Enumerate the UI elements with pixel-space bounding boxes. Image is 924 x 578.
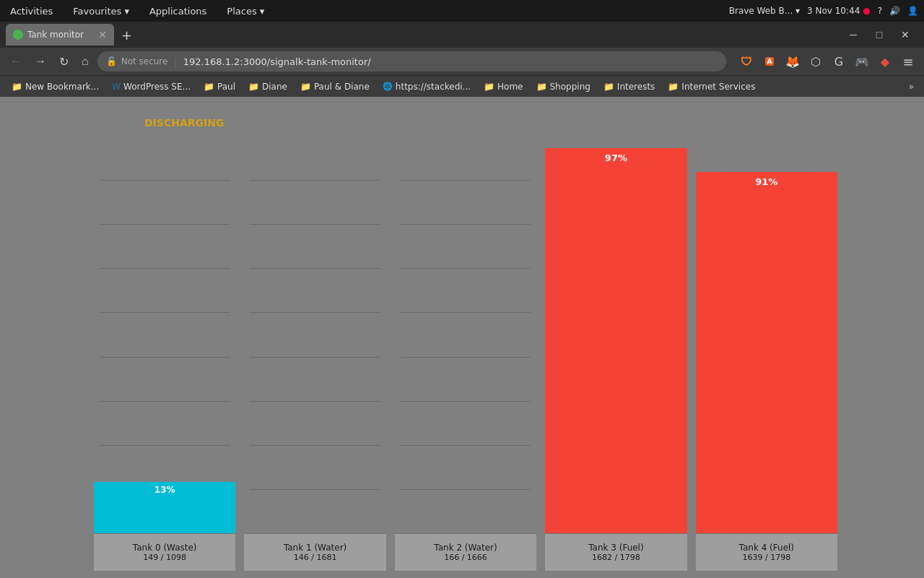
reload-button[interactable]: ↻ xyxy=(55,52,73,72)
grid-line xyxy=(100,180,230,181)
tank-1: Tank 1 (Water) 146 / 1681 xyxy=(244,137,385,571)
tank-2: Tank 2 (Water) 166 / 1666 xyxy=(395,137,536,571)
tank-3-value: 1682 / 1798 xyxy=(592,553,640,562)
folder-icon: 📁 xyxy=(300,82,311,92)
bookmark-wordpress[interactable]: W WordPress SE... xyxy=(106,80,196,93)
tank-0: 13% Tank 0 (Waste) 149 / 1098 xyxy=(94,137,235,571)
grid-line xyxy=(250,445,380,446)
tank-4-label: Tank 4 (Fuel) 1639 / 1798 xyxy=(696,533,837,571)
tank-0-bar-area: 13% xyxy=(94,137,235,533)
brave-shield-icon[interactable]: 🛡 xyxy=(736,51,757,72)
bookmarks-bar: 📁 New Bookmark... W WordPress SE... 📁 Pa… xyxy=(0,75,924,97)
new-tab-button[interactable]: + xyxy=(117,27,136,43)
tank-4-value: 1639 / 1798 xyxy=(742,553,790,562)
bookmarks-overflow-button[interactable]: » xyxy=(905,80,918,93)
folder-icon: 📁 xyxy=(484,82,494,92)
tank-2-value: 166 / 1666 xyxy=(444,553,487,562)
grid-line xyxy=(401,268,531,269)
tank-1-grid xyxy=(244,137,385,533)
os-applications[interactable]: Applications xyxy=(145,4,211,18)
os-datetime: 3 Nov 10:44 ● xyxy=(807,6,871,16)
tank-3-bar-area: 97% xyxy=(545,137,687,533)
extension-icon-2[interactable]: ⬡ xyxy=(806,51,826,72)
tank-4-bar-area: 91% xyxy=(696,137,837,533)
grid-line xyxy=(100,268,230,269)
os-favourites[interactable]: Favourites ▾ xyxy=(69,4,134,18)
tank-4: 91% Tank 4 (Fuel) 1639 / 1798 xyxy=(696,137,837,571)
tank-0-label: Tank 0 (Waste) 149 / 1098 xyxy=(94,533,235,571)
grid-line xyxy=(250,268,380,269)
forward-button[interactable]: → xyxy=(30,52,51,71)
adblock-icon[interactable]: A xyxy=(759,51,780,72)
grid-line xyxy=(401,312,531,313)
grid-line xyxy=(401,445,531,446)
browser-chrome: Tank monitor ✕ + ─ □ ✕ ← → ↻ ⌂ 🔓 Not sec… xyxy=(0,22,924,97)
folder-icon: 📁 xyxy=(12,82,22,92)
grid-line xyxy=(100,357,230,358)
maximize-button[interactable]: □ xyxy=(866,21,892,48)
grid-line xyxy=(100,445,230,446)
bookmark-paul[interactable]: 📁 Paul xyxy=(198,80,241,93)
close-button[interactable]: ✕ xyxy=(892,21,918,48)
tank-0-fill: 13% xyxy=(94,482,235,533)
active-tab[interactable]: Tank monitor ✕ xyxy=(6,24,114,46)
security-label: Not secure xyxy=(121,56,168,66)
tank-4-fill: 91% xyxy=(696,172,837,533)
folder-icon: 📁 xyxy=(603,82,614,92)
tank-2-bar-area xyxy=(395,137,536,533)
tab-close-button[interactable]: ✕ xyxy=(98,29,107,40)
grid-line xyxy=(100,312,230,313)
browser-actions: 🛡 A 🦊 ⬡ G 🎮 ◆ ≡ xyxy=(736,51,918,72)
tank-3-percent: 97% xyxy=(605,152,627,163)
os-bar-right: Brave Web B... ▾ 3 Nov 10:44 ● ? 🔊 👤 xyxy=(729,6,918,16)
tank-1-bar-area xyxy=(244,137,385,533)
tank-1-name: Tank 1 (Water) xyxy=(284,543,346,553)
tank-3-label: Tank 3 (Fuel) 1682 / 1798 xyxy=(545,533,687,571)
tab-favicon xyxy=(13,30,23,40)
os-user-icon[interactable]: 👤 xyxy=(907,6,918,16)
grid-line xyxy=(250,489,380,490)
tanks-container: 13% Tank 0 (Waste) 149 / 1098 xyxy=(94,137,837,571)
tank-0-name: Tank 0 (Waste) xyxy=(133,543,197,553)
extension-icon-3[interactable]: G xyxy=(829,51,849,72)
tank-2-grid xyxy=(395,137,536,533)
address-url: 192.168.1.2:3000/signalk-tank-monitor/ xyxy=(183,56,718,67)
bookmark-home[interactable]: 📁 Home xyxy=(478,80,528,93)
grid-line xyxy=(250,357,380,358)
os-activities[interactable]: Activities xyxy=(6,4,57,18)
folder-icon: 📁 xyxy=(536,82,547,92)
extension-icon-5[interactable]: ◆ xyxy=(875,51,895,72)
os-top-bar: Activities Favourites ▾ Applications Pla… xyxy=(0,0,924,22)
os-places[interactable]: Places ▾ xyxy=(222,4,269,18)
extension-icon-4[interactable]: 🎮 xyxy=(852,51,872,72)
home-button[interactable]: ⌂ xyxy=(77,52,93,71)
extension-icon-1[interactable]: 🦊 xyxy=(783,51,803,72)
address-input[interactable]: 🔓 Not secure | 192.168.1.2:3000/signalk-… xyxy=(97,51,726,72)
tank-2-name: Tank 2 (Water) xyxy=(434,543,497,553)
tank-1-value: 146 / 1681 xyxy=(294,553,337,562)
bookmark-diane[interactable]: 📁 Diane xyxy=(243,80,293,93)
tank-3-fill: 97% xyxy=(545,148,687,533)
bookmark-shopping[interactable]: 📁 Shopping xyxy=(531,80,596,93)
os-help-icon[interactable]: ? xyxy=(878,6,882,16)
os-volume-icon[interactable]: 🔊 xyxy=(889,6,900,16)
tank-0-percent: 13% xyxy=(154,485,175,495)
brave-browser-menu[interactable]: Brave Web B... ▾ xyxy=(729,6,800,16)
grid-line xyxy=(250,401,380,402)
tank-0-value: 149 / 1098 xyxy=(143,553,186,562)
tank-1-label: Tank 1 (Water) 146 / 1681 xyxy=(244,533,385,571)
minimize-button[interactable]: ─ xyxy=(840,21,866,48)
bookmark-stackedi[interactable]: 🌐 https://stackedi... xyxy=(377,80,476,93)
bookmark-interests[interactable]: 📁 Interests xyxy=(598,80,661,93)
bookmark-new-bookmark[interactable]: 📁 New Bookmark... xyxy=(6,80,105,93)
back-button[interactable]: ← xyxy=(6,52,26,71)
grid-line xyxy=(100,401,230,402)
tank-3: 97% Tank 3 (Fuel) 1682 / 1798 xyxy=(545,137,687,571)
browser-menu-icon[interactable]: ≡ xyxy=(898,51,918,72)
bookmark-paul-diane[interactable]: 📁 Paul & Diane xyxy=(295,80,375,93)
tank-4-name: Tank 4 (Fuel) xyxy=(739,543,794,553)
grid-line xyxy=(401,489,531,490)
bookmark-internet-services[interactable]: 📁 Internet Services xyxy=(662,80,761,93)
window-controls: ─ □ ✕ xyxy=(840,21,918,48)
tank-4-percent: 91% xyxy=(755,176,777,187)
